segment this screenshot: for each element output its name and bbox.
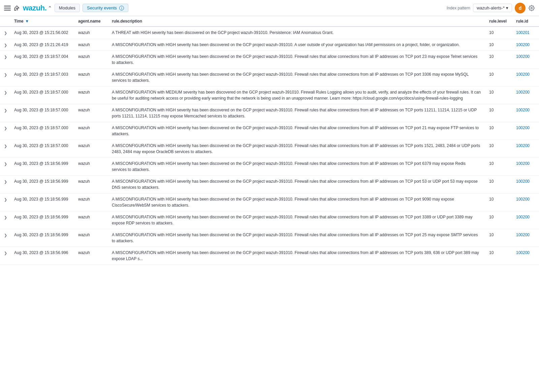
cell-time: Aug 30, 2023 @ 15:18:56.999 — [10, 229, 74, 247]
row-expand-button[interactable]: ❯ — [4, 143, 6, 149]
cell-rule-id[interactable]: 100200 — [512, 211, 539, 229]
cell-rule-id[interactable]: 100200 — [512, 51, 539, 69]
cell-description: A MISCONFIGURATION with HIGH severity ha… — [108, 193, 485, 211]
rule-id-link[interactable]: 100200 — [516, 126, 530, 130]
cell-agent: wazuh — [74, 140, 108, 158]
cell-rule-id[interactable]: 100200 — [512, 122, 539, 140]
rule-id-link[interactable]: 100200 — [516, 161, 530, 166]
cell-agent: wazuh — [74, 247, 108, 265]
cell-description: A MISCONFIGURATION with HIGH severity ha… — [108, 247, 485, 265]
cell-agent: wazuh — [74, 176, 108, 193]
cell-rule-id[interactable]: 100200 — [512, 193, 539, 211]
table-row: ❯Aug 30, 2023 @ 15:18:57.004wazuhA MISCO… — [0, 51, 539, 69]
cell-rule-id[interactable]: 100200 — [512, 69, 539, 86]
cell-rule-id[interactable]: 100200 — [512, 86, 539, 104]
row-expand-button[interactable]: ❯ — [4, 89, 6, 96]
home-icon[interactable] — [13, 5, 20, 11]
rule-id-link[interactable]: 100200 — [516, 54, 530, 59]
cell-rule-id[interactable]: 100200 — [512, 104, 539, 122]
user-avatar[interactable]: d — [515, 3, 526, 13]
cell-level: 10 — [485, 229, 512, 247]
index-pattern-select[interactable]: wazuh-alerts-* ▾ — [473, 4, 512, 12]
rule-id-link[interactable]: 100200 — [516, 143, 530, 148]
cell-level: 10 — [485, 86, 512, 104]
cell-agent: wazuh — [74, 122, 108, 140]
cell-time: Aug 30, 2023 @ 15:18:57.004 — [10, 51, 74, 69]
cell-description: A MISCONFIGURATION with MEDIUM severity … — [108, 86, 485, 104]
cell-agent: wazuh — [74, 158, 108, 176]
rule-id-link[interactable]: 100201 — [516, 30, 530, 35]
modules-nav-item[interactable]: Modules — [55, 4, 80, 12]
col-time-label: Time — [14, 19, 24, 24]
row-expand-button[interactable]: ❯ — [4, 30, 6, 36]
table-row: ❯Aug 30, 2023 @ 15:18:57.000wazuhA MISCO… — [0, 122, 539, 140]
cell-rule-id[interactable]: 100200 — [512, 247, 539, 265]
rule-id-link[interactable]: 100200 — [516, 250, 530, 255]
table-row: ❯Aug 30, 2023 @ 15:18:56.996wazuhA MISCO… — [0, 247, 539, 265]
cell-agent: wazuh — [74, 86, 108, 104]
events-table-container: Time ▾ agent.name rule.description rule.… — [0, 16, 539, 265]
cell-level: 10 — [485, 158, 512, 176]
cell-rule-id[interactable]: 100201 — [512, 27, 539, 39]
row-expand-button[interactable]: ❯ — [4, 214, 6, 220]
col-header-time[interactable]: Time ▾ — [10, 16, 74, 27]
table-row: ❯Aug 30, 2023 @ 15:18:57.000wazuhA MISCO… — [0, 140, 539, 158]
row-expand-button[interactable]: ❯ — [4, 54, 6, 60]
cell-description: A MISCONFIGURATION with HIGH severity ha… — [108, 51, 485, 69]
logo-text: wazuh. — [23, 4, 46, 12]
cell-agent: wazuh — [74, 51, 108, 69]
logo-chevron-icon: ⌃ — [48, 5, 52, 11]
table-row: ❯Aug 30, 2023 @ 15:18:56.999wazuhA MISCO… — [0, 211, 539, 229]
table-row: ❯Aug 30, 2023 @ 15:18:56.999wazuhA MISCO… — [0, 193, 539, 211]
security-events-tab[interactable]: Security events i — [83, 4, 129, 12]
row-expand-button[interactable]: ❯ — [4, 42, 6, 48]
rule-id-link[interactable]: 100200 — [516, 108, 530, 112]
cell-rule-id[interactable]: 100200 — [512, 158, 539, 176]
cell-rule-id[interactable]: 100200 — [512, 229, 539, 247]
table-row: ❯Aug 30, 2023 @ 15:18:56.999wazuhA MISCO… — [0, 229, 539, 247]
cell-description: A MISCONFIGURATION with HIGH severity ha… — [108, 104, 485, 122]
cell-level: 10 — [485, 247, 512, 265]
cell-agent: wazuh — [74, 39, 108, 51]
rule-id-link[interactable]: 100200 — [516, 42, 530, 47]
col-header-expand — [0, 16, 10, 27]
rule-id-link[interactable]: 100200 — [516, 233, 530, 237]
rule-id-link[interactable]: 100200 — [516, 215, 530, 219]
rule-id-link[interactable]: 100200 — [516, 179, 530, 184]
row-expand-button[interactable]: ❯ — [4, 196, 6, 203]
cell-rule-id[interactable]: 100200 — [512, 39, 539, 51]
row-expand-button[interactable]: ❯ — [4, 232, 6, 238]
cell-level: 10 — [485, 176, 512, 193]
cell-agent: wazuh — [74, 229, 108, 247]
top-navigation: wazuh. ⌃ Modules Security events i Index… — [0, 0, 539, 16]
row-expand-button[interactable]: ❯ — [4, 178, 6, 185]
col-header-level: rule.level — [485, 16, 512, 27]
cell-level: 10 — [485, 51, 512, 69]
rule-id-link[interactable]: 100200 — [516, 72, 530, 77]
row-expand-button[interactable]: ❯ — [4, 250, 6, 256]
menu-icon[interactable] — [4, 5, 11, 11]
wazuh-logo[interactable]: wazuh. ⌃ — [23, 4, 52, 12]
cell-rule-id[interactable]: 100200 — [512, 140, 539, 158]
col-header-ruleid: rule.id — [512, 16, 539, 27]
cell-level: 10 — [485, 140, 512, 158]
row-expand-button[interactable]: ❯ — [4, 161, 6, 167]
cell-time: Aug 30, 2023 @ 15:21:56.002 — [10, 27, 74, 39]
cell-level: 10 — [485, 27, 512, 39]
cell-description: A MISCONFIGURATION with HIGH severity ha… — [108, 69, 485, 86]
rule-id-link[interactable]: 100200 — [516, 90, 530, 95]
table-row: ❯Aug 30, 2023 @ 15:18:57.000wazuhA MISCO… — [0, 104, 539, 122]
row-expand-button[interactable]: ❯ — [4, 125, 6, 131]
row-expand-button[interactable]: ❯ — [4, 107, 6, 113]
cell-level: 10 — [485, 211, 512, 229]
cell-time: Aug 30, 2023 @ 15:18:56.999 — [10, 211, 74, 229]
table-row: ❯Aug 30, 2023 @ 15:18:57.003wazuhA MISCO… — [0, 69, 539, 86]
settings-icon[interactable] — [528, 5, 535, 11]
cell-rule-id[interactable]: 100200 — [512, 176, 539, 193]
cell-agent: wazuh — [74, 211, 108, 229]
rule-id-link[interactable]: 100200 — [516, 197, 530, 202]
row-expand-button[interactable]: ❯ — [4, 71, 6, 78]
cell-level: 10 — [485, 104, 512, 122]
info-icon: i — [119, 6, 124, 10]
table-row: ❯Aug 30, 2023 @ 15:18:57.000wazuhA MISCO… — [0, 86, 539, 104]
